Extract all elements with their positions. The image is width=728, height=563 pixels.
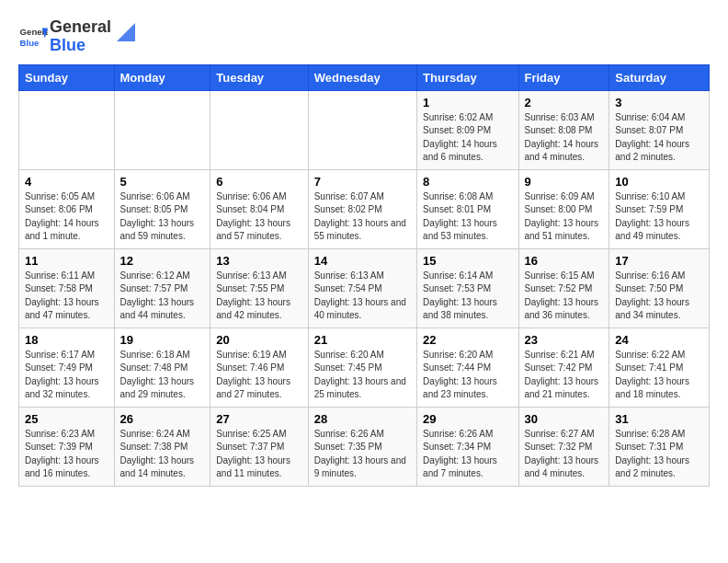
- day-info: Sunrise: 6:13 AM Sunset: 7:54 PM Dayligh…: [314, 270, 411, 323]
- day-number: 1: [423, 96, 512, 109]
- day-info: Sunrise: 6:27 AM Sunset: 7:32 PM Dayligh…: [525, 428, 604, 481]
- day-info: Sunrise: 6:18 AM Sunset: 7:48 PM Dayligh…: [120, 349, 205, 402]
- day-cell: 30Sunrise: 6:27 AM Sunset: 7:32 PM Dayli…: [518, 407, 609, 486]
- column-header-tuesday: Tuesday: [210, 64, 308, 90]
- calendar-header: SundayMondayTuesdayWednesdayThursdayFrid…: [19, 64, 710, 90]
- day-info: Sunrise: 6:16 AM Sunset: 7:50 PM Dayligh…: [615, 270, 703, 323]
- column-header-sunday: Sunday: [19, 64, 115, 90]
- day-cell: 3Sunrise: 6:04 AM Sunset: 8:07 PM Daylig…: [609, 90, 710, 169]
- day-cell: 15Sunrise: 6:14 AM Sunset: 7:53 PM Dayli…: [417, 248, 518, 327]
- day-number: 19: [120, 333, 205, 347]
- day-cell: [114, 90, 210, 169]
- day-info: Sunrise: 6:12 AM Sunset: 7:57 PM Dayligh…: [120, 270, 205, 323]
- day-info: Sunrise: 6:07 AM Sunset: 8:02 PM Dayligh…: [314, 190, 411, 244]
- svg-marker-3: [117, 23, 135, 41]
- day-cell: 28Sunrise: 6:26 AM Sunset: 7:35 PM Dayli…: [308, 407, 416, 486]
- day-cell: 24Sunrise: 6:22 AM Sunset: 7:41 PM Dayli…: [609, 327, 710, 407]
- day-number: 31: [615, 412, 703, 426]
- day-cell: 5Sunrise: 6:06 AM Sunset: 8:05 PM Daylig…: [114, 169, 210, 248]
- day-number: 3: [615, 96, 703, 109]
- week-row-1: 1Sunrise: 6:02 AM Sunset: 8:09 PM Daylig…: [19, 90, 710, 169]
- svg-text:Blue: Blue: [20, 37, 40, 47]
- day-info: Sunrise: 6:20 AM Sunset: 7:45 PM Dayligh…: [314, 349, 411, 402]
- day-cell: 2Sunrise: 6:03 AM Sunset: 8:08 PM Daylig…: [518, 90, 609, 169]
- day-number: 7: [314, 175, 411, 189]
- week-row-2: 4Sunrise: 6:05 AM Sunset: 8:06 PM Daylig…: [19, 169, 710, 248]
- day-cell: 31Sunrise: 6:28 AM Sunset: 7:31 PM Dayli…: [609, 407, 710, 486]
- day-number: 29: [423, 412, 512, 426]
- day-cell: 11Sunrise: 6:11 AM Sunset: 7:58 PM Dayli…: [19, 248, 115, 327]
- column-header-thursday: Thursday: [417, 64, 518, 90]
- day-cell: 18Sunrise: 6:17 AM Sunset: 7:49 PM Dayli…: [19, 327, 115, 407]
- day-cell: 21Sunrise: 6:20 AM Sunset: 7:45 PM Dayli…: [308, 327, 416, 407]
- day-info: Sunrise: 6:02 AM Sunset: 8:09 PM Dayligh…: [423, 111, 512, 165]
- day-number: 10: [615, 175, 703, 189]
- day-info: Sunrise: 6:26 AM Sunset: 7:34 PM Dayligh…: [423, 428, 512, 481]
- day-cell: 29Sunrise: 6:26 AM Sunset: 7:34 PM Dayli…: [417, 407, 518, 486]
- day-cell: 19Sunrise: 6:18 AM Sunset: 7:48 PM Dayli…: [114, 327, 210, 407]
- day-cell: [19, 90, 115, 169]
- day-number: 21: [314, 333, 411, 347]
- day-number: 16: [525, 254, 604, 268]
- day-cell: 7Sunrise: 6:07 AM Sunset: 8:02 PM Daylig…: [308, 169, 416, 248]
- day-cell: 13Sunrise: 6:13 AM Sunset: 7:55 PM Dayli…: [210, 248, 308, 327]
- day-info: Sunrise: 6:26 AM Sunset: 7:35 PM Dayligh…: [314, 428, 411, 481]
- day-info: Sunrise: 6:21 AM Sunset: 7:42 PM Dayligh…: [525, 349, 604, 402]
- day-number: 13: [216, 254, 301, 268]
- day-number: 28: [314, 412, 411, 426]
- column-header-friday: Friday: [518, 64, 609, 90]
- day-number: 4: [25, 175, 108, 189]
- day-info: Sunrise: 6:04 AM Sunset: 8:07 PM Dayligh…: [615, 111, 703, 165]
- day-info: Sunrise: 6:10 AM Sunset: 7:59 PM Dayligh…: [615, 190, 703, 244]
- day-number: 20: [216, 333, 301, 347]
- day-info: Sunrise: 6:28 AM Sunset: 7:31 PM Dayligh…: [615, 428, 703, 481]
- logo-triangle-icon: [113, 19, 139, 45]
- day-info: Sunrise: 6:14 AM Sunset: 7:53 PM Dayligh…: [423, 270, 512, 323]
- logo-icon: General Blue: [18, 22, 48, 52]
- day-info: Sunrise: 6:22 AM Sunset: 7:41 PM Dayligh…: [615, 349, 703, 402]
- day-info: Sunrise: 6:24 AM Sunset: 7:38 PM Dayligh…: [120, 428, 205, 481]
- day-number: 26: [120, 412, 205, 426]
- week-row-5: 25Sunrise: 6:23 AM Sunset: 7:39 PM Dayli…: [19, 407, 710, 486]
- column-header-monday: Monday: [114, 64, 210, 90]
- day-number: 27: [216, 412, 301, 426]
- day-cell: 23Sunrise: 6:21 AM Sunset: 7:42 PM Dayli…: [518, 327, 609, 407]
- day-cell: 6Sunrise: 6:06 AM Sunset: 8:04 PM Daylig…: [210, 169, 308, 248]
- week-row-4: 18Sunrise: 6:17 AM Sunset: 7:49 PM Dayli…: [19, 327, 710, 407]
- day-number: 23: [525, 333, 604, 347]
- day-info: Sunrise: 6:25 AM Sunset: 7:37 PM Dayligh…: [216, 428, 301, 481]
- day-number: 5: [120, 175, 205, 189]
- logo: General Blue General Blue: [18, 18, 139, 55]
- day-number: 24: [615, 333, 703, 347]
- day-cell: 10Sunrise: 6:10 AM Sunset: 7:59 PM Dayli…: [609, 169, 710, 248]
- day-cell: 22Sunrise: 6:20 AM Sunset: 7:44 PM Dayli…: [417, 327, 518, 407]
- column-header-wednesday: Wednesday: [308, 64, 416, 90]
- day-info: Sunrise: 6:09 AM Sunset: 8:00 PM Dayligh…: [525, 190, 604, 244]
- day-cell: 26Sunrise: 6:24 AM Sunset: 7:38 PM Dayli…: [114, 407, 210, 486]
- day-cell: 4Sunrise: 6:05 AM Sunset: 8:06 PM Daylig…: [19, 169, 115, 248]
- day-number: 8: [423, 175, 512, 189]
- header-row: SundayMondayTuesdayWednesdayThursdayFrid…: [19, 64, 710, 90]
- page-header: General Blue General Blue: [18, 18, 710, 55]
- day-number: 15: [423, 254, 512, 268]
- day-number: 17: [615, 254, 703, 268]
- day-cell: 25Sunrise: 6:23 AM Sunset: 7:39 PM Dayli…: [19, 407, 115, 486]
- logo-blue: Blue: [50, 37, 111, 55]
- day-info: Sunrise: 6:19 AM Sunset: 7:46 PM Dayligh…: [216, 349, 301, 402]
- day-info: Sunrise: 6:06 AM Sunset: 8:05 PM Dayligh…: [120, 190, 205, 244]
- day-number: 11: [25, 254, 108, 268]
- week-row-3: 11Sunrise: 6:11 AM Sunset: 7:58 PM Dayli…: [19, 248, 710, 327]
- day-info: Sunrise: 6:17 AM Sunset: 7:49 PM Dayligh…: [25, 349, 108, 402]
- logo-general: General: [50, 18, 111, 37]
- day-info: Sunrise: 6:23 AM Sunset: 7:39 PM Dayligh…: [25, 428, 108, 481]
- day-number: 30: [525, 412, 604, 426]
- day-number: 25: [25, 412, 108, 426]
- day-cell: 14Sunrise: 6:13 AM Sunset: 7:54 PM Dayli…: [308, 248, 416, 327]
- column-header-saturday: Saturday: [609, 64, 710, 90]
- day-cell: 20Sunrise: 6:19 AM Sunset: 7:46 PM Dayli…: [210, 327, 308, 407]
- day-cell: 27Sunrise: 6:25 AM Sunset: 7:37 PM Dayli…: [210, 407, 308, 486]
- day-number: 12: [120, 254, 205, 268]
- day-info: Sunrise: 6:08 AM Sunset: 8:01 PM Dayligh…: [423, 190, 512, 244]
- day-number: 6: [216, 175, 301, 189]
- calendar-table: SundayMondayTuesdayWednesdayThursdayFrid…: [18, 64, 710, 487]
